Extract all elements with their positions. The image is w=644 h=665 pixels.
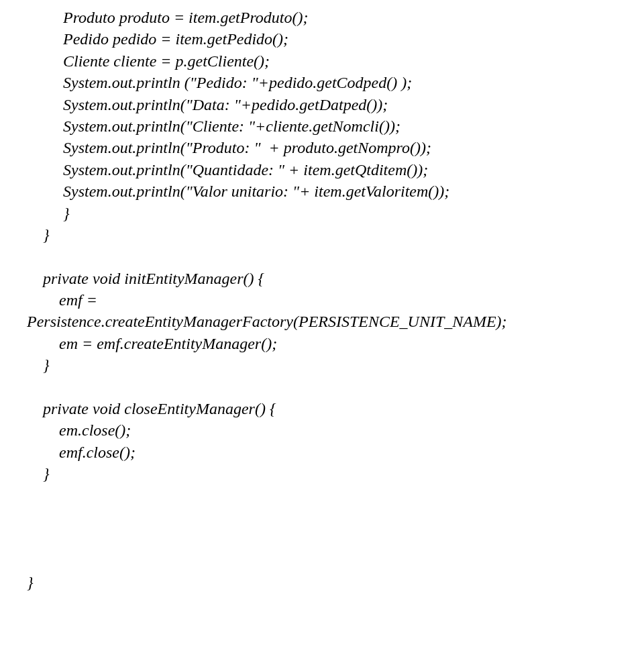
code-line: private void closeEntityManager() { <box>27 400 276 417</box>
code-line: System.out.println ("Pedido: "+pedido.ge… <box>27 74 412 91</box>
code-line: Persistence.createEntityManagerFactory(P… <box>27 313 507 330</box>
code-line: System.out.println("Valor unitario: "+ i… <box>27 183 449 200</box>
code-line: emf = <box>27 291 97 309</box>
code-line: em = emf.createEntityManager(); <box>27 335 277 352</box>
code-line: emf.close(); <box>27 444 136 461</box>
code-line: System.out.println("Data: "+pedido.getDa… <box>27 96 388 113</box>
code-line: } <box>27 226 50 244</box>
code-line: System.out.println("Cliente: "+cliente.g… <box>27 117 400 135</box>
code-line: } <box>27 205 70 222</box>
code-line: } <box>27 465 50 482</box>
code-line: System.out.println("Quantidade: " + item… <box>27 161 428 178</box>
code-line: } <box>27 356 50 374</box>
code-block: Produto produto = item.getProduto(); Ped… <box>0 0 644 621</box>
code-line: Pedido pedido = item.getPedido(); <box>27 30 288 48</box>
code-line: } <box>27 574 34 591</box>
code-line: Produto produto = item.getProduto(); <box>27 9 308 26</box>
code-line: Cliente cliente = p.getCliente(); <box>27 52 270 70</box>
code-line: System.out.println("Produto: " + produto… <box>27 139 431 156</box>
code-line: em.close(); <box>27 421 131 439</box>
code-line: private void initEntityManager() { <box>27 270 264 287</box>
